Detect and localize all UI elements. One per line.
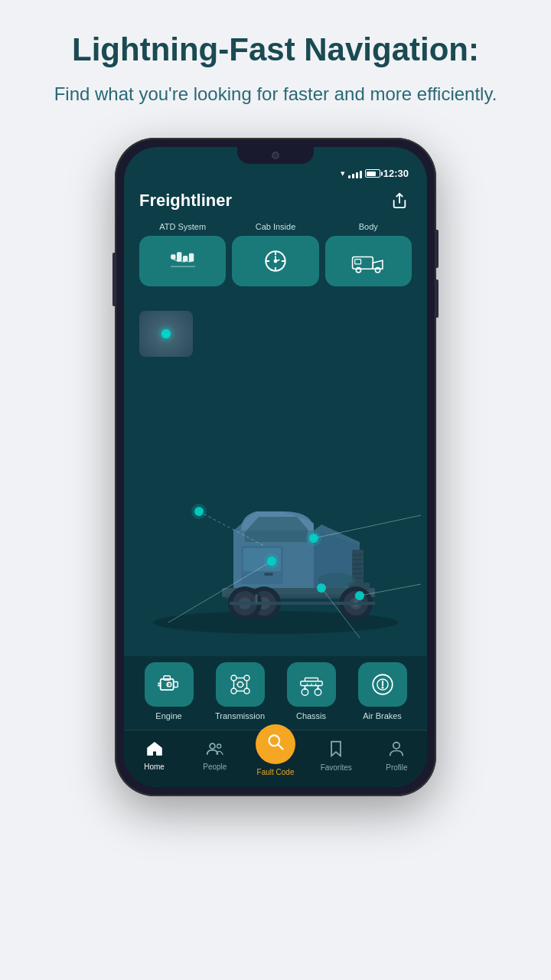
status-icons: ▾ 12:30 [341, 168, 409, 179]
power-button[interactable] [112, 253, 116, 306]
home-icon [146, 741, 163, 760]
tab-atd-label: ATD System [159, 222, 206, 231]
share-button[interactable] [387, 188, 412, 213]
phone-screen: ▾ 12:30 Freightliner [124, 147, 427, 787]
tab-body-icon-box [325, 236, 412, 286]
favorites-icon [328, 740, 344, 761]
fault-code-nav-label: Fault Code [257, 768, 295, 776]
tab-body[interactable]: Body [325, 222, 412, 286]
svg-point-92 [210, 744, 215, 750]
svg-point-54 [306, 531, 321, 546]
nav-favorites[interactable]: Favorites [306, 740, 367, 772]
svg-point-93 [217, 744, 220, 748]
tab-cab-label: Cab Inside [256, 222, 296, 231]
page-subtitle: Find what you're looking for faster and … [54, 81, 497, 107]
svg-point-66 [230, 675, 236, 681]
engine-hotspot [161, 329, 171, 338]
tab-atd-icon-box [139, 236, 226, 286]
front-camera [272, 152, 279, 159]
bottom-nav: Home People [124, 730, 427, 787]
page-title: Lightning-Fast Navigation: [72, 31, 479, 69]
system-transmission[interactable]: Transmission [204, 662, 276, 720]
svg-point-51 [191, 504, 207, 519]
people-nav-label: People [203, 763, 227, 771]
profile-icon [389, 740, 404, 761]
app-title: Freightliner [139, 191, 232, 211]
svg-line-52 [314, 515, 421, 538]
svg-rect-17 [353, 256, 373, 269]
transmission-label: Transmission [215, 711, 265, 720]
system-air-brakes[interactable]: Air Brakes [347, 662, 418, 720]
wifi-icon: ▾ [341, 168, 345, 178]
svg-point-67 [243, 675, 249, 681]
tab-cab-icon-box [232, 236, 318, 286]
engine-label: Engine [155, 711, 181, 720]
svg-line-95 [278, 744, 282, 749]
tab-body-label: Body [359, 222, 378, 231]
tab-cab-inside[interactable]: Cab Inside [232, 222, 318, 286]
app-header: Freightliner [124, 185, 427, 222]
svg-rect-26 [264, 573, 273, 576]
svg-rect-3 [183, 256, 187, 262]
svg-point-61 [317, 583, 326, 593]
favorites-nav-label: Favorites [321, 763, 352, 772]
battery-icon [365, 169, 380, 178]
air-brakes-label: Air Brakes [363, 711, 402, 720]
svg-point-70 [237, 681, 243, 687]
air-brakes-icon-box [358, 662, 407, 707]
transmission-icon-box [216, 662, 265, 707]
nav-profile[interactable]: Profile [367, 740, 427, 772]
nav-fault-code[interactable]: Fault Code [245, 737, 305, 776]
home-nav-label: Home [144, 763, 165, 771]
tab-atd-system[interactable]: ATD System [139, 222, 226, 286]
nav-home[interactable]: Home [124, 741, 184, 771]
profile-nav-label: Profile [386, 763, 407, 772]
svg-point-57 [264, 554, 279, 569]
top-tabs: ATD System Cab Inside [124, 222, 427, 292]
svg-rect-18 [355, 260, 361, 264]
svg-point-68 [230, 688, 236, 694]
engine-icon-box [145, 662, 194, 707]
svg-point-91 [381, 687, 383, 689]
phone-notch [237, 147, 314, 164]
signal-icon [348, 169, 362, 178]
svg-rect-1 [171, 254, 175, 259]
truck-area [124, 296, 427, 653]
svg-rect-4 [189, 253, 194, 262]
phone-frame: ▾ 12:30 Freightliner [115, 138, 436, 796]
status-time: 12:30 [383, 168, 409, 179]
nav-people[interactable]: People [184, 741, 245, 771]
svg-point-96 [393, 743, 399, 749]
system-engine[interactable]: Engine [133, 662, 204, 720]
svg-rect-2 [177, 252, 181, 262]
chassis-icon-box [287, 662, 336, 707]
chassis-label: Chassis [296, 711, 326, 720]
search-icon [266, 733, 285, 756]
fault-code-btn[interactable] [256, 724, 295, 764]
people-icon [206, 741, 224, 760]
svg-point-59 [355, 591, 364, 600]
vol-up-button[interactable] [435, 230, 439, 268]
system-chassis[interactable]: Chassis [276, 662, 347, 720]
engine-component [139, 311, 193, 357]
bottom-systems: Engine [124, 656, 427, 730]
vol-down-button[interactable] [435, 279, 439, 318]
svg-point-69 [243, 688, 249, 694]
